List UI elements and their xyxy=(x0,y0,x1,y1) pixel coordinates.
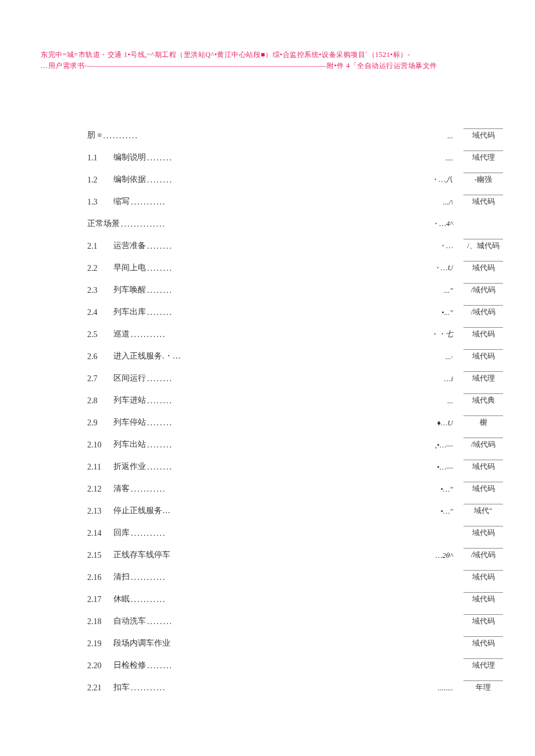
toc-number: 1.2 xyxy=(87,175,113,185)
toc-right-label: 域代码 xyxy=(463,614,503,626)
toc-right-label: /域代码 xyxy=(463,438,503,450)
toc-title: 编制说明 xyxy=(113,152,146,163)
toc-mid-text: •…— xyxy=(437,463,453,472)
toc-number: 2.11 xyxy=(87,463,113,472)
toc-title: 列车出库 xyxy=(113,307,146,317)
toc-number: 2.4 xyxy=(87,308,113,317)
toc-title: 列车唤醒 xyxy=(113,285,146,295)
toc-number: 2.20 xyxy=(87,661,113,671)
toc-mid-text: ........ xyxy=(438,683,453,693)
toc-mid-text: •…" xyxy=(440,485,453,494)
toc-number: 2.6 xyxy=(87,352,113,361)
toc-number: 2.15 xyxy=(87,551,113,560)
toc-title: 早间上电 xyxy=(113,263,146,273)
toc-row: 2.10列车出站........,•…—/域代码 xyxy=(87,436,503,450)
toc-title: 清客 xyxy=(113,483,130,494)
toc-title: 段场内调车作业 xyxy=(113,638,170,648)
toc-number: 2.19 xyxy=(87,639,113,648)
toc-row: 2.8列车进站...........域代典 xyxy=(87,392,503,406)
toc-mid-text: ..." xyxy=(444,286,453,295)
toc-right-label: 榭 xyxy=(463,415,503,428)
toc-mid-text: …2θ^ xyxy=(436,551,453,560)
header-line-2: …用户需求书-—————————————————————————————————… xyxy=(41,60,494,71)
toc-right-label: 域代码 xyxy=(463,195,503,207)
toc-dots: ........ xyxy=(147,617,173,626)
toc-dots: ........ xyxy=(147,153,173,163)
toc-mid-text: ・… xyxy=(438,241,453,251)
toc-right-label: /域代码 xyxy=(463,548,503,560)
toc-right-label: 域代" xyxy=(463,504,503,516)
toc-mid-text: •…" xyxy=(440,507,453,516)
toc-dots: ........... xyxy=(131,485,166,494)
toc-mid-text: ・・七 xyxy=(430,329,453,339)
toc-title: 巡道 xyxy=(113,329,130,339)
toc-number: 2.16 xyxy=(87,573,113,582)
toc-row: 2.3列车唤醒..........."/域代码 xyxy=(87,281,503,295)
toc-title: 回库 xyxy=(113,528,130,538)
toc-title: 日检检修 xyxy=(113,660,146,671)
toc-title: 休眠 xyxy=(113,594,130,604)
toc-mid-text: ・…4^ xyxy=(431,218,453,229)
toc-dots: ........ xyxy=(147,440,173,450)
toc-dots: ........... xyxy=(131,330,166,339)
toc-mid-text: ・…八 xyxy=(431,174,453,185)
toc-title: 正常场景 xyxy=(87,218,120,229)
toc-title: 正线存车线停车 xyxy=(113,550,170,560)
toc-row: 2.1运营准备........・…/、城代码 xyxy=(87,237,503,251)
toc-mid-text: ... xyxy=(447,131,453,141)
toc-title: 清扫 xyxy=(113,572,130,582)
toc-title: 列车进站 xyxy=(113,395,146,406)
toc-row: 2.9列车停站........♦…U榭 xyxy=(87,414,503,428)
toc-mid-text: ,•…— xyxy=(435,440,453,450)
toc-right-label: 域代码 xyxy=(463,460,503,472)
toc-right-label: 域代码 xyxy=(463,261,503,273)
toc-title: 折返作业 xyxy=(113,461,146,472)
toc-row: 2.11折返作业........•…—域代码 xyxy=(87,458,503,472)
toc-title: 列车出站 xyxy=(113,439,146,450)
toc-number: 1.1 xyxy=(87,153,113,163)
toc-dots: ........... xyxy=(131,573,166,582)
toc-title: 停止正线服务… xyxy=(113,506,170,516)
toc-dots: ........ xyxy=(147,264,173,273)
toc-number: 2.17 xyxy=(87,595,113,604)
toc-row: 2.18自动洗车........域代码 xyxy=(87,612,503,626)
toc-row: 2.5巡道...........・・七域代码 xyxy=(87,325,503,339)
toc-number: 2.21 xyxy=(87,683,113,693)
toc-number: 1.3 xyxy=(87,198,113,207)
toc-dots: ........ xyxy=(147,396,173,406)
toc-right-label: 域代码 xyxy=(463,526,503,538)
toc-dots: ........... xyxy=(103,131,138,141)
toc-number: 2.18 xyxy=(87,617,113,626)
toc-mid-text: ・…U xyxy=(433,263,453,273)
toc-dots: ........... xyxy=(131,683,166,693)
toc-right-label: 域代典 xyxy=(463,393,503,406)
toc-number: 2.8 xyxy=(87,396,113,406)
toc-right-label: -幽强 xyxy=(463,173,503,185)
toc-row: 2.14回库...........域代码 xyxy=(87,524,503,538)
toc-number: 2.9 xyxy=(87,418,113,428)
toc-mid-text: ...· xyxy=(445,352,453,361)
toc-right-label: 域代理 xyxy=(463,151,503,163)
toc-row: 2.12清客...........•…"域代码 xyxy=(87,480,503,494)
toc-dots: .............. xyxy=(121,220,166,229)
toc-row: 正常场景..............・…4^ xyxy=(87,215,503,229)
toc-right-label: 域代码 xyxy=(463,349,503,361)
toc-mid-text: …i xyxy=(444,374,453,384)
toc-number: 2.7 xyxy=(87,374,113,384)
toc-title: 列车停站 xyxy=(113,417,146,428)
toc-right-label: /域代码 xyxy=(463,305,503,317)
toc-right-label: 域代码 xyxy=(463,570,503,582)
toc-mid-text: .... xyxy=(445,153,453,163)
toc-row: 2.2早间上电........・…U域代码 xyxy=(87,259,503,273)
toc-dots: ........ xyxy=(147,175,173,185)
toc-dots: ........... xyxy=(131,198,166,207)
toc-title: 区间运行 xyxy=(113,373,146,384)
toc-title: 缩写 xyxy=(113,196,130,207)
toc-row: 2.7区间运行........…i域代理 xyxy=(87,370,503,384)
toc-dots: ........ xyxy=(147,242,173,251)
toc-right-label xyxy=(463,228,503,229)
toc-title: 编制依据 xyxy=(113,174,146,185)
toc-row: 1.1编制说明............域代理 xyxy=(87,149,503,163)
toc-row: 2.4列车出库........•..."/域代码 xyxy=(87,303,503,317)
toc-row: 2.13停止正线服务…•…"域代" xyxy=(87,502,503,516)
